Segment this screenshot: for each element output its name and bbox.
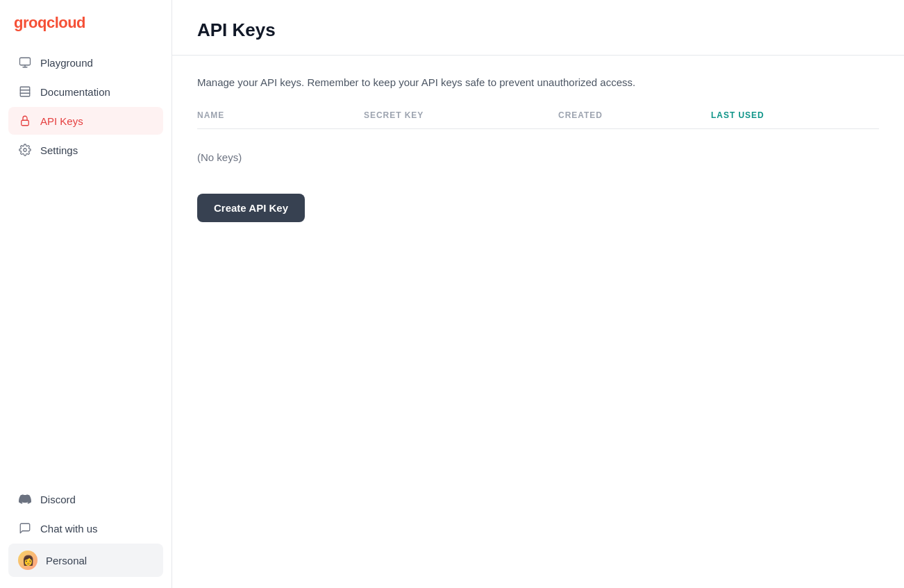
- book-icon: [18, 85, 32, 99]
- page-body: Manage your API keys. Remember to keep y…: [172, 56, 904, 242]
- create-api-key-button[interactable]: Create API Key: [197, 194, 305, 222]
- logo-area: groqcloud: [0, 0, 171, 49]
- sidebar-item-documentation-label: Documentation: [40, 86, 110, 98]
- sidebar-item-playground[interactable]: Playground: [8, 49, 163, 76]
- sidebar-item-documentation[interactable]: Documentation: [8, 78, 163, 106]
- col-header-secret-key: SECRET KEY: [364, 110, 558, 120]
- discord-icon: [18, 492, 32, 506]
- svg-rect-6: [22, 120, 29, 126]
- svg-rect-0: [20, 58, 31, 65]
- logo: groqcloud: [14, 14, 158, 32]
- monitor-icon: [18, 56, 32, 69]
- col-header-last-used: LAST USED: [711, 110, 850, 120]
- description-text: Manage your API keys. Remember to keep y…: [197, 75, 879, 91]
- main-content: API Keys Manage your API keys. Remember …: [172, 0, 904, 588]
- logo-prefix: groq: [14, 14, 47, 31]
- sidebar-item-chat[interactable]: Chat with us: [8, 514, 163, 542]
- avatar: 👩: [18, 551, 37, 570]
- sidebar-item-api-keys[interactable]: API Keys: [8, 107, 163, 135]
- svg-point-7: [24, 149, 27, 152]
- chat-icon: [18, 521, 32, 535]
- sidebar-item-chat-label: Chat with us: [40, 523, 98, 535]
- no-keys-message: (No keys): [197, 140, 879, 174]
- user-profile-item[interactable]: 👩 Personal: [8, 544, 163, 577]
- sidebar-item-api-keys-label: API Keys: [40, 115, 83, 127]
- table-header: NAME SECRET KEY CREATED LAST USED: [197, 110, 879, 129]
- sidebar-item-discord[interactable]: Discord: [8, 485, 163, 513]
- sidebar-item-discord-label: Discord: [40, 494, 76, 505]
- avatar-emoji: 👩: [22, 555, 34, 566]
- sidebar-bottom: Discord Chat with us 👩 Personal: [0, 477, 171, 588]
- lock-icon: [18, 114, 32, 128]
- gear-icon: [18, 143, 32, 157]
- col-header-created: CREATED: [558, 110, 711, 120]
- svg-rect-3: [20, 87, 30, 96]
- sidebar-nav: Playground Documentation API Keys Settin…: [0, 49, 171, 477]
- logo-suffix: cloud: [47, 14, 85, 31]
- page-title: API Keys: [197, 19, 879, 41]
- sidebar-item-playground-label: Playground: [40, 57, 93, 69]
- sidebar-item-settings-label: Settings: [40, 144, 78, 156]
- sidebar: groqcloud Playground Documentation API K…: [0, 0, 172, 588]
- col-header-name: NAME: [197, 110, 364, 120]
- user-label: Personal: [46, 555, 87, 566]
- page-header: API Keys: [172, 0, 904, 56]
- sidebar-item-settings[interactable]: Settings: [8, 136, 163, 164]
